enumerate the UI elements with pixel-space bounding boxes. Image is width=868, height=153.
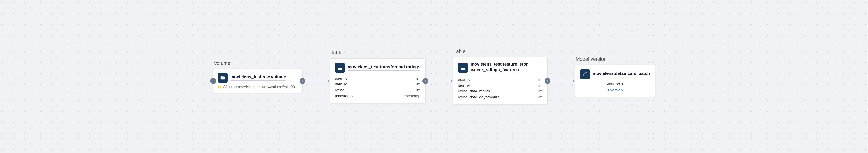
volume-plus-right-badge[interactable]: + [300,78,305,84]
volume-path: 📁 /Volumes/movielens_test/raw/volume/ml-… [218,85,298,89]
volume-plus-left-badge[interactable]: + [210,78,216,84]
field-rating-date-dayofmonth: rating_date_dayofmonth [458,95,499,100]
table-row: rating int [335,87,421,93]
arrow-line-2 [426,81,451,81]
field-rating: rating [335,88,345,93]
table1-fields: user_id int item_id int rating int times… [335,75,421,99]
table2-fields: user_id int item_id int rating_date_mont… [458,77,542,100]
table-row: rating_date_month int [458,88,542,94]
table1-title-underline [348,70,421,71]
table-row: user_id int [335,75,421,81]
table1-card[interactable]: movielens_test.transforemd.ratings user_… [330,58,426,103]
table-row: rating_date_dayofmonth int [458,94,542,100]
model-icon [580,69,590,79]
table-row: item_id int [458,82,542,88]
volume-path-text: /Volumes/movielens_test/raw/volume/ml-10… [223,85,298,89]
arrow-line-1 [303,81,328,81]
table2-title-underline [471,73,529,73]
arrow-1 [303,80,330,83]
arrow-2 [426,80,453,83]
model-version-link[interactable]: 1 version [580,88,650,93]
table2-icon [458,63,468,73]
table2-node-group: Table movielens_test.feature_store.user_… [453,49,548,104]
model-header: movielens.default.als_batch [580,69,650,79]
table1-node-group: Table movielens_test.transforemd.ratings [330,50,426,103]
volume-label: Volume [213,60,230,66]
arrow-head-1 [328,80,330,83]
model-node-group: Model version movielens.default.als_batc… [575,56,655,97]
arrow-head-2 [451,80,453,83]
table-row: user_id int [458,77,542,82]
field-user-id-2: user_id [458,77,471,82]
table2-title: movielens_test.feature_store.user_rating… [471,61,529,73]
volume-title: movielens_test.raw.volume [230,74,286,80]
field-item-id-2: item_id [458,83,470,88]
model-title: movielens.default.als_batch [593,71,650,76]
field-user-id: user_id [335,76,348,81]
table2-label: Table [453,49,466,54]
field-item-id: item_id [335,82,347,86]
table1-title: movielens_test.transforemd.ratings [348,64,421,70]
folder-icon: 📁 [218,85,222,89]
model-card[interactable]: movielens.default.als_batch Version 1 1 … [575,65,655,97]
arrow-head-3 [572,80,575,83]
field-rating-date-month: rating_date_month [458,89,490,94]
table1-plus-badge[interactable]: + [423,78,428,84]
table1-header: movielens_test.transforemd.ratings [335,63,421,73]
model-label: Model version [575,56,607,62]
table1-icon [335,63,345,73]
model-version-text: Version 1 [580,82,650,86]
arrow-3 [548,80,575,83]
volume-header: movielens_test.raw.volume [218,73,298,83]
table1-label: Table [330,50,343,56]
table-row: item_id int [335,81,421,87]
table2-card[interactable]: movielens_test.feature_store.user_rating… [453,57,548,104]
volume-card[interactable]: + movielens_test.raw.volume 📁 [213,69,303,93]
model-title-underline [593,77,650,77]
volume-icon [218,73,228,83]
table2-plus-badge[interactable]: + [545,78,550,84]
field-timestamp: timestamp [335,94,352,98]
table2-header: movielens_test.feature_store.user_rating… [458,61,542,74]
pipeline-flow: Volume + movielens_test.raw.volume [213,49,655,104]
table-row: timestamp timestamp [335,93,421,99]
arrow-line-3 [548,81,572,81]
volume-title-underline [230,80,286,81]
flow-canvas: Volume + movielens_test.raw.volume [0,0,868,153]
volume-node-group: Volume + movielens_test.raw.volume [213,60,303,93]
